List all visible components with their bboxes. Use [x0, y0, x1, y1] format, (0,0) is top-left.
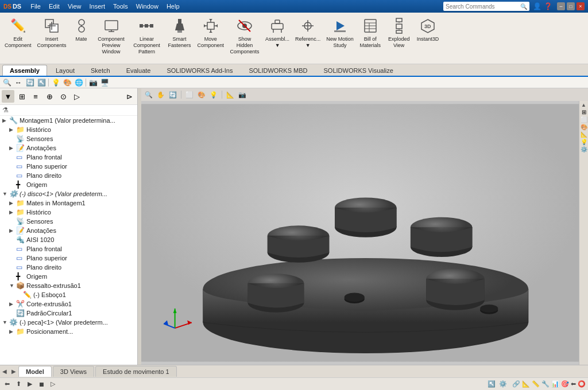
- tree-item-aisi[interactable]: 🔩 AISI 1020: [0, 235, 137, 244]
- btab-prev[interactable]: ◀: [0, 365, 9, 378]
- sidebar-btn-tree[interactable]: ▼: [2, 90, 14, 103]
- tree-item-padrao-circular[interactable]: 🔄 PadrãoCircular1: [0, 309, 137, 318]
- rp-arrow-up[interactable]: ▲: [581, 102, 586, 108]
- vp-rotate[interactable]: 🔄: [168, 89, 178, 100]
- status-icon-6[interactable]: 🎯: [561, 380, 569, 388]
- tab-evaluate[interactable]: Evaluate: [119, 65, 158, 76]
- tree-item-anotacoes1[interactable]: ▶ 📝 Anotações: [0, 143, 137, 153]
- tab-visualize[interactable]: SOLIDWORKS Visualize: [316, 65, 400, 76]
- status-btn4[interactable]: ⏹: [37, 380, 46, 389]
- sidebar-btn-add[interactable]: ⊕: [43, 90, 56, 103]
- ribbon-btn-move-component[interactable]: MoveComponent: [195, 15, 227, 64]
- ribbon-btn-exploded-view[interactable]: ExplodedView: [385, 15, 413, 64]
- status-icon-8[interactable]: ⭕: [578, 380, 586, 388]
- menu-insert[interactable]: Insert: [90, 3, 106, 10]
- close-button[interactable]: ×: [577, 2, 585, 10]
- tree-item-esboco[interactable]: ✏️ (-) Esboço1: [0, 290, 137, 299]
- search-commands-box[interactable]: 🔍: [443, 2, 529, 11]
- vp-view-select[interactable]: ⬜: [184, 89, 195, 100]
- status-btn-cursor[interactable]: ↖️: [487, 380, 496, 389]
- tree-item-plano-direito1[interactable]: ▭ Plano direito: [0, 171, 137, 180]
- cmd-rotate-icon[interactable]: 🔄: [25, 78, 34, 87]
- vp-lights[interactable]: 💡: [208, 89, 219, 100]
- sidebar-btn-view[interactable]: ⊙: [57, 90, 69, 103]
- vp-pan[interactable]: ✋: [156, 89, 166, 100]
- vp-more2[interactable]: 📷: [237, 89, 247, 100]
- ribbon-btn-smart-fasteners[interactable]: SmartFasteners: [165, 15, 194, 64]
- status-btn3[interactable]: ▶: [25, 380, 34, 389]
- tree-item-plano-direito2[interactable]: ▭ Plano direito: [0, 263, 137, 272]
- minimize-button[interactable]: –: [557, 2, 565, 10]
- model-canvas-area[interactable]: [141, 101, 579, 365]
- ribbon-btn-component-preview[interactable]: ComponentPreview Window: [94, 15, 129, 64]
- status-btn1[interactable]: ⬅: [2, 380, 11, 389]
- vp-zoom[interactable]: 🔍: [144, 89, 154, 100]
- btab-estudo[interactable]: Estudo de movimento 1: [95, 366, 177, 377]
- tree-item-corte[interactable]: ▶ ✂️ Corte-extrusão1: [0, 299, 137, 309]
- rp-icon5[interactable]: 💡: [581, 139, 587, 145]
- status-btn5[interactable]: ▷: [48, 380, 57, 389]
- ribbon-btn-mate[interactable]: Mate: [70, 15, 93, 64]
- cmd-appearance-icon[interactable]: 🎨: [63, 78, 72, 87]
- search-commands-input[interactable]: [446, 3, 520, 10]
- ribbon-btn-show-hidden[interactable]: Show HiddenComponents: [227, 15, 262, 64]
- tree-item-montagem[interactable]: ▶ 🔧 Montagem1 (Valor predetermina...: [0, 116, 137, 125]
- tab-layout[interactable]: Layout: [48, 65, 82, 76]
- menu-edit[interactable]: Edit: [49, 3, 60, 10]
- tab-mbd[interactable]: SOLIDWORKS MBD: [241, 65, 315, 76]
- tree-item-plano-superior1[interactable]: ▭ Plano superior: [0, 162, 137, 171]
- btab-next[interactable]: ▶: [9, 365, 18, 378]
- btab-3dviews[interactable]: 3D Views: [53, 366, 94, 377]
- menu-file[interactable]: File: [30, 3, 41, 10]
- status-btn2[interactable]: ⬆: [14, 380, 23, 389]
- ribbon-btn-instant3d[interactable]: 3D Instant3D: [415, 15, 442, 64]
- tree-item-posicionamento[interactable]: ▶ 📁 Posicionament...: [0, 327, 137, 336]
- cmd-scene-icon[interactable]: 🌐: [74, 78, 83, 87]
- sidebar-btn-expand[interactable]: ⊳: [123, 90, 136, 103]
- tree-item-historico1[interactable]: ▶ 📁 Histórico: [0, 125, 137, 134]
- tree-item-historico2[interactable]: ▶ 📁 Histórico: [0, 208, 137, 217]
- ribbon-btn-insert-components[interactable]: InsertComponents: [35, 15, 69, 64]
- btab-model[interactable]: Model: [18, 366, 52, 377]
- rp-icon2[interactable]: ⬜: [581, 116, 587, 123]
- status-icon-1[interactable]: 🔗: [512, 380, 520, 388]
- tree-item-plano-frontal2[interactable]: ▭ Plano frontal: [0, 244, 137, 253]
- status-icon-2[interactable]: 📐: [522, 380, 530, 388]
- cmd-more2[interactable]: 🖥️: [100, 78, 109, 87]
- status-icon-3[interactable]: 📏: [532, 380, 540, 388]
- ribbon-btn-motion-study[interactable]: New MotionStudy: [324, 15, 356, 64]
- rp-icon4[interactable]: 📐: [581, 131, 587, 138]
- cmd-select-icon[interactable]: ↖️: [37, 78, 46, 87]
- sidebar-btn-play[interactable]: ▷: [71, 90, 83, 103]
- cmd-more1[interactable]: 📷: [88, 78, 98, 87]
- ribbon-btn-edit-component[interactable]: ✏️ EditComponent: [2, 15, 34, 64]
- rp-icon6[interactable]: ⚙️: [581, 146, 587, 153]
- tree-item-plano-superior2[interactable]: ▭ Plano superior: [0, 253, 137, 263]
- tab-add-ins[interactable]: SOLIDWORKS Add-Ins: [159, 65, 240, 76]
- status-icon-4[interactable]: 🔧: [541, 380, 550, 388]
- sidebar-btn-list[interactable]: ≡: [29, 90, 42, 103]
- status-icon-7[interactable]: ⬅: [571, 380, 576, 388]
- ribbon-btn-bom[interactable]: Bill ofMaterials: [357, 15, 384, 64]
- tree-item-plano-frontal1[interactable]: ▭ Plano frontal: [0, 153, 137, 162]
- tab-assembly[interactable]: Assembly: [2, 65, 47, 76]
- cmd-pan-icon[interactable]: ↔️: [14, 78, 23, 87]
- tab-sketch[interactable]: Sketch: [83, 65, 118, 76]
- ribbon-btn-linear-pattern[interactable]: Linear ComponentPattern: [130, 15, 164, 64]
- tree-item-disco[interactable]: ▼ ⚙️ (-) disco<1> (Valor predeterm...: [0, 189, 137, 198]
- tree-item-mates[interactable]: ▶ 📁 Mates in Montagem1: [0, 198, 137, 208]
- tree-item-peca[interactable]: ▼ ⚙️ (-) peca]<1> (Valor predeterm...: [0, 318, 137, 327]
- tree-item-sensores2[interactable]: 📡 Sensores: [0, 217, 137, 226]
- sidebar-btn-grid[interactable]: ⊞: [16, 90, 28, 103]
- vp-more1[interactable]: 📐: [225, 89, 235, 100]
- rp-icon3[interactable]: 🎨: [581, 124, 587, 130]
- vp-display[interactable]: 🎨: [196, 89, 207, 100]
- ribbon-btn-reference[interactable]: Referenc...▼: [293, 15, 323, 64]
- status-icon-5[interactable]: 📊: [551, 380, 559, 388]
- tree-item-anotacoes2[interactable]: ▶ 📝 Anotações: [0, 226, 137, 235]
- rp-icon1[interactable]: ⊞: [582, 109, 586, 115]
- cmd-light-icon[interactable]: 💡: [51, 78, 60, 87]
- menu-tools[interactable]: Tools: [113, 3, 128, 10]
- status-btn-settings[interactable]: ⚙️: [498, 380, 508, 389]
- cmd-view-icon[interactable]: 🔍: [2, 78, 11, 87]
